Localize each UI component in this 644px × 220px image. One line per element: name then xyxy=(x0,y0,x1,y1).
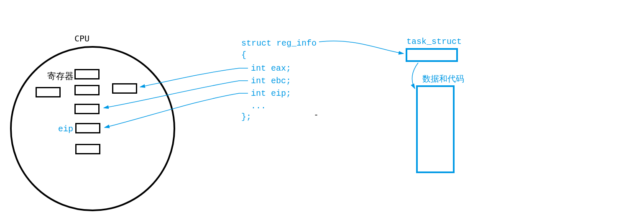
task-struct-label: task_struct xyxy=(406,37,462,46)
register-box xyxy=(112,83,137,94)
register-box xyxy=(74,85,100,95)
register-box xyxy=(75,144,100,154)
code-brace-open: { xyxy=(241,50,246,60)
data-code-box xyxy=(416,85,455,173)
register-box xyxy=(74,69,100,79)
data-code-label: 数据和代码 xyxy=(422,73,464,84)
register-box xyxy=(74,104,100,114)
register-box xyxy=(75,123,100,133)
register-label: 寄存器 xyxy=(47,70,74,82)
code-struct: struct reg_info xyxy=(241,38,317,48)
code-brace-close: }; xyxy=(241,112,251,122)
dash: - xyxy=(314,110,319,120)
code-eax: int eax; xyxy=(251,64,291,73)
eip-label: eip xyxy=(58,124,73,134)
cpu-title: CPU xyxy=(74,33,89,43)
task-struct-box xyxy=(406,48,458,62)
code-eip: int eip; xyxy=(251,89,291,98)
register-box xyxy=(36,87,61,97)
code-dots: ... xyxy=(251,101,266,111)
code-ebc: int ebc; xyxy=(251,76,291,86)
